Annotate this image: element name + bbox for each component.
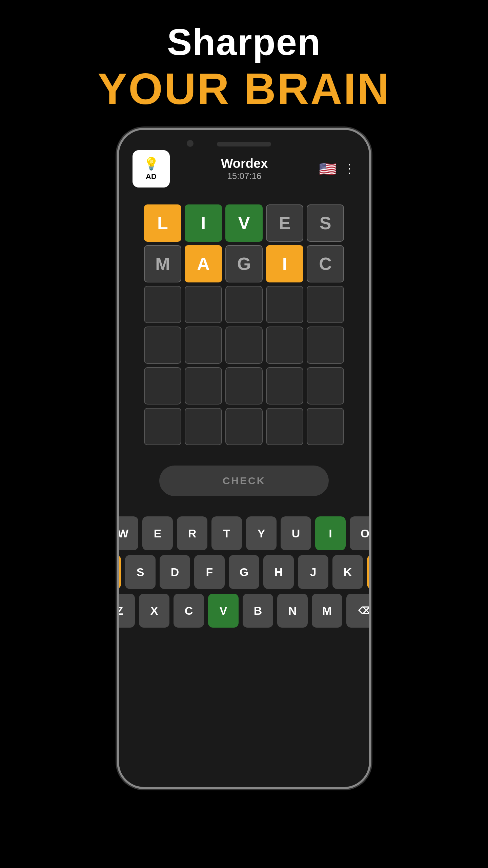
key-L[interactable]: L <box>367 555 371 589</box>
cell-4-4 <box>307 367 344 405</box>
key-W[interactable]: W <box>117 516 138 550</box>
app-timer: 15:07:16 <box>221 171 268 181</box>
cell-5-4 <box>307 408 344 445</box>
app-title: Wordex <box>221 156 268 171</box>
cell-2-0 <box>144 286 181 323</box>
cell-1-1: A <box>185 245 222 282</box>
key-Y[interactable]: Y <box>246 516 277 550</box>
app-header: 💡 AD Wordex 15:07:16 🇺🇸 ⋮ <box>119 140 369 194</box>
key-G[interactable]: G <box>229 555 259 589</box>
key-X[interactable]: X <box>139 594 169 628</box>
sharpen-text: Sharpen <box>167 20 321 63</box>
cell-1-2: G <box>225 245 263 282</box>
phone-side-button <box>369 265 371 299</box>
key-S[interactable]: S <box>125 555 156 589</box>
cell-2-1 <box>185 286 222 323</box>
cell-2-3 <box>266 286 303 323</box>
key-E[interactable]: E <box>142 516 173 550</box>
phone-frame: 💡 AD Wordex 15:07:16 🇺🇸 ⋮ LIVESMAGIC CHE… <box>117 128 371 789</box>
key-J[interactable]: J <box>298 555 328 589</box>
keyboard-row3: ZXCVBNM⌫ <box>117 594 371 628</box>
ad-button[interactable]: 💡 AD <box>133 150 170 188</box>
cell-3-2 <box>225 327 263 364</box>
cell-3-0 <box>144 327 181 364</box>
phone-speaker <box>217 142 271 146</box>
cell-0-4: S <box>307 204 344 242</box>
keyboard-row2: ASDFGHJKL <box>117 555 371 589</box>
key-V[interactable]: V <box>208 594 239 628</box>
game-grid: LIVESMAGIC <box>144 204 344 445</box>
key-C[interactable]: C <box>174 594 204 628</box>
cell-2-2 <box>225 286 263 323</box>
cell-3-3 <box>266 327 303 364</box>
cell-5-0 <box>144 408 181 445</box>
cell-4-1 <box>185 367 222 405</box>
cell-4-2 <box>225 367 263 405</box>
key-I[interactable]: I <box>315 516 346 550</box>
key-O[interactable]: O <box>350 516 371 550</box>
check-button[interactable]: CHECK <box>159 466 329 496</box>
key-T[interactable]: T <box>211 516 242 550</box>
key-N[interactable]: N <box>277 594 308 628</box>
cell-1-0: M <box>144 245 181 282</box>
key-R[interactable]: R <box>177 516 207 550</box>
key-Z[interactable]: Z <box>117 594 135 628</box>
cell-3-4 <box>307 327 344 364</box>
cell-5-3 <box>266 408 303 445</box>
app-title-section: Wordex 15:07:16 <box>221 156 268 181</box>
flag-icon: 🇺🇸 <box>319 161 337 177</box>
cell-4-3 <box>266 367 303 405</box>
bulb-icon: 💡 <box>144 157 159 171</box>
key-B[interactable]: B <box>243 594 273 628</box>
cell-4-0 <box>144 367 181 405</box>
cell-3-1 <box>185 327 222 364</box>
ad-label: AD <box>146 172 157 181</box>
cell-5-2 <box>225 408 263 445</box>
brain-text: YOUR BRAIN <box>98 63 390 114</box>
cell-0-3: E <box>266 204 303 242</box>
cell-2-4 <box>307 286 344 323</box>
top-section: Sharpen YOUR BRAIN <box>0 0 488 128</box>
key-⌫[interactable]: ⌫ <box>346 594 371 628</box>
key-A[interactable]: A <box>117 555 121 589</box>
header-right: 🇺🇸 ⋮ <box>319 161 355 177</box>
menu-icon[interactable]: ⋮ <box>343 162 355 176</box>
cell-0-0: L <box>144 204 181 242</box>
key-K[interactable]: K <box>332 555 363 589</box>
key-F[interactable]: F <box>194 555 225 589</box>
check-label: CHECK <box>223 475 266 487</box>
keyboard-row1: QWERTYUIOP <box>117 516 371 550</box>
key-D[interactable]: D <box>160 555 190 589</box>
phone-camera <box>187 140 194 147</box>
cell-1-4: C <box>307 245 344 282</box>
cell-1-3: I <box>266 245 303 282</box>
cell-0-1: I <box>185 204 222 242</box>
key-M[interactable]: M <box>312 594 342 628</box>
cell-0-2: V <box>225 204 263 242</box>
key-U[interactable]: U <box>281 516 311 550</box>
key-H[interactable]: H <box>263 555 294 589</box>
keyboard: QWERTYUIOPASDFGHJKLZXCVBNM⌫ <box>119 506 369 638</box>
cell-5-1 <box>185 408 222 445</box>
